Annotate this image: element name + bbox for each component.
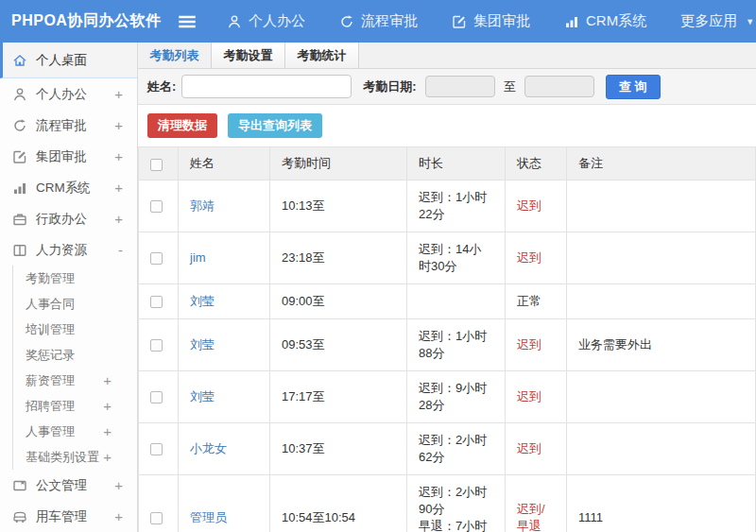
top-nav-crm-system[interactable]: CRM系统 bbox=[564, 12, 646, 30]
name-filter-input[interactable] bbox=[181, 75, 352, 98]
row-checkbox[interactable] bbox=[150, 512, 163, 524]
employee-name-link[interactable]: jim bbox=[190, 250, 206, 265]
sidebar-item-hr[interactable]: 人力资源- bbox=[0, 234, 137, 266]
sidebar-item-label: 集团审批 bbox=[36, 148, 87, 165]
sidebar-item-reward-punish[interactable]: 奖惩记录 bbox=[12, 342, 137, 368]
date-filter-label: 考勤日期: bbox=[363, 78, 416, 95]
employee-name-link[interactable]: 小龙女 bbox=[190, 441, 227, 455]
clean-data-button[interactable]: 清理数据 bbox=[147, 113, 217, 138]
status-badge: 迟到/早退 bbox=[517, 502, 545, 532]
tab-attendance-settings[interactable]: 考勤设置 bbox=[212, 43, 285, 68]
sidebar-item-label: 流程审批 bbox=[36, 117, 87, 134]
sidebar-item-training-mgmt[interactable]: 培训管理 bbox=[12, 317, 137, 342]
chevron-down-icon: ▼ bbox=[746, 17, 754, 26]
attendance-time: 10:54至10:54 bbox=[270, 475, 407, 532]
sidebar-item-label: 招聘管理 bbox=[26, 398, 75, 415]
sidebar-item-label: 薪资管理 bbox=[26, 372, 75, 389]
row-checkbox[interactable] bbox=[150, 252, 163, 265]
plus-icon[interactable]: + bbox=[114, 86, 123, 102]
plus-icon[interactable]: + bbox=[103, 372, 112, 388]
sidebar-item-label: 个人办公 bbox=[36, 86, 87, 103]
tab-bar: 考勤列表 考勤设置 考勤统计 bbox=[138, 43, 756, 69]
duration-cell: 迟到：14小时30分 bbox=[407, 232, 506, 284]
top-nav-more-apps[interactable]: 更多应用▼ bbox=[680, 12, 754, 30]
employee-name-link[interactable]: 郭靖 bbox=[190, 198, 215, 213]
hamburger-icon[interactable] bbox=[178, 12, 197, 31]
table-row[interactable]: 管理员10:54至10:54迟到：2小时90分早退：7小时10分迟到/早退111… bbox=[139, 475, 756, 532]
employee-name-link[interactable]: 刘莹 bbox=[190, 389, 215, 403]
sidebar-item-group-approval[interactable]: 集团审批+ bbox=[0, 141, 137, 172]
book-icon bbox=[12, 243, 27, 258]
plus-icon[interactable]: + bbox=[114, 477, 123, 493]
attendance-time: 10:37至 bbox=[270, 423, 407, 475]
duration-line: 迟到：14小时30分 bbox=[419, 241, 493, 275]
top-nav-workflow-approval[interactable]: 流程审批 bbox=[339, 12, 418, 30]
table-row[interactable]: 郭靖10:13至迟到：1小时22分迟到 bbox=[139, 180, 756, 232]
top-nav-group-approval[interactable]: 集团审批 bbox=[452, 12, 530, 30]
sidebar-item-vehicle-mgmt[interactable]: 用车管理+ bbox=[0, 501, 137, 532]
row-checkbox[interactable] bbox=[150, 443, 163, 455]
sidebar-item-personal-desktop[interactable]: 个人桌面 bbox=[0, 43, 137, 78]
table-row[interactable]: jim23:18至迟到：14小时30分迟到 bbox=[139, 232, 756, 284]
row-checkbox[interactable] bbox=[150, 339, 163, 352]
table-row[interactable]: 刘莹09:53至迟到：1小时88分迟到业务需要外出 bbox=[139, 319, 756, 371]
col-header-time: 考勤时间 bbox=[270, 147, 407, 180]
query-button[interactable]: 查 询 bbox=[606, 75, 661, 99]
minus-icon[interactable]: - bbox=[118, 242, 123, 258]
select-all-checkbox[interactable] bbox=[150, 159, 163, 171]
sidebar-item-label: 基础类别设置 bbox=[26, 449, 99, 466]
table-row[interactable]: 小龙女10:37至迟到：2小时62分迟到 bbox=[139, 423, 756, 475]
row-checkbox[interactable] bbox=[150, 296, 163, 308]
flow-icon bbox=[339, 14, 354, 29]
plus-icon[interactable]: + bbox=[103, 423, 112, 439]
sidebar-item-label: 人事合同 bbox=[26, 296, 75, 313]
plus-icon[interactable]: + bbox=[114, 508, 123, 524]
user-icon bbox=[227, 14, 242, 29]
sidebar-item-salary-mgmt[interactable]: 薪资管理+ bbox=[12, 368, 137, 393]
sidebar-item-label: 培训管理 bbox=[26, 321, 75, 338]
plus-icon[interactable]: + bbox=[114, 211, 123, 227]
date-to-label: 至 bbox=[504, 78, 516, 95]
flow-icon bbox=[12, 118, 27, 133]
sidebar-item-personal-office[interactable]: 个人办公+ bbox=[0, 78, 137, 110]
attendance-time: 17:17至 bbox=[270, 371, 407, 423]
employee-name-link[interactable]: 刘莹 bbox=[190, 294, 215, 308]
sidebar-item-workflow-approval[interactable]: 流程审批+ bbox=[0, 110, 137, 141]
top-nav: 个人办公流程审批集团审批CRM系统更多应用▼ bbox=[227, 12, 754, 30]
employee-name-link[interactable]: 刘莹 bbox=[190, 337, 215, 352]
note-cell bbox=[567, 423, 756, 475]
sidebar-item-recruit-mgmt[interactable]: 招聘管理+ bbox=[12, 393, 137, 419]
sidebar-item-base-category[interactable]: 基础类别设置+ bbox=[12, 444, 137, 470]
plus-icon[interactable]: + bbox=[103, 449, 112, 465]
plus-icon[interactable]: + bbox=[114, 180, 123, 196]
table-row[interactable]: 刘莹17:17至迟到：9小时28分迟到 bbox=[139, 371, 756, 423]
top-nav-personal-office[interactable]: 个人办公 bbox=[227, 12, 305, 30]
sidebar-item-document-mgmt[interactable]: 公文管理+ bbox=[0, 470, 137, 501]
date-from-input[interactable] bbox=[425, 76, 495, 97]
date-to-input[interactable] bbox=[524, 76, 594, 97]
attendance-time: 10:13至 bbox=[270, 180, 407, 232]
sidebar-item-personnel-mgmt[interactable]: 人事管理+ bbox=[12, 419, 137, 444]
tab-attendance-stats[interactable]: 考勤统计 bbox=[285, 43, 359, 68]
sidebar-item-admin-office[interactable]: 行政办公+ bbox=[0, 203, 137, 234]
table-row[interactable]: 刘莹09:00至正常 bbox=[139, 284, 756, 319]
note-cell bbox=[567, 371, 756, 423]
employee-name-link[interactable]: 管理员 bbox=[190, 510, 227, 524]
tab-attendance-list[interactable]: 考勤列表 bbox=[138, 43, 212, 68]
sidebar-item-crm-system[interactable]: CRM系统+ bbox=[0, 172, 137, 203]
truck-icon bbox=[12, 509, 27, 524]
sidebar-item-attendance-mgmt[interactable]: 考勤管理 bbox=[12, 266, 137, 291]
sidebar-item-hr-contract[interactable]: 人事合同 bbox=[12, 291, 137, 317]
plus-icon[interactable]: + bbox=[114, 117, 123, 133]
duration-cell: 迟到：2小时90分早退：7小时10分 bbox=[407, 475, 506, 532]
sidebar-item-label: 公文管理 bbox=[36, 477, 87, 494]
top-nav-label: 集团审批 bbox=[473, 12, 530, 30]
top-nav-label: 个人办公 bbox=[249, 12, 305, 30]
export-list-button[interactable]: 导出查询列表 bbox=[228, 113, 322, 138]
plus-icon[interactable]: + bbox=[114, 148, 123, 164]
row-checkbox[interactable] bbox=[150, 200, 163, 213]
status-badge: 迟到 bbox=[517, 250, 541, 265]
row-checkbox[interactable] bbox=[150, 391, 163, 403]
note-cell bbox=[567, 180, 756, 232]
plus-icon[interactable]: + bbox=[103, 398, 112, 414]
